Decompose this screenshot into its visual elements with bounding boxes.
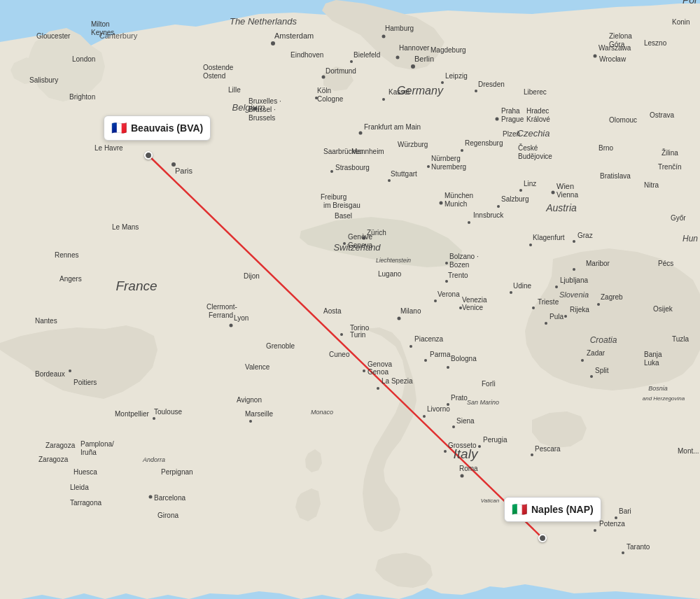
svg-text:Pécs: Pécs [658, 260, 673, 267]
svg-text:Iruña: Iruña [80, 449, 97, 456]
svg-point-56 [444, 450, 447, 453]
svg-point-16 [496, 118, 499, 121]
svg-text:Ostend: Ostend [203, 72, 225, 80]
svg-text:Croatia: Croatia [590, 335, 617, 345]
svg-text:Ljubljana: Ljubljana [560, 276, 588, 284]
svg-point-12 [359, 132, 363, 135]
svg-text:České: České [518, 143, 538, 152]
svg-text:Milano: Milano [400, 307, 421, 315]
svg-text:Freiburg: Freiburg [321, 193, 346, 201]
svg-text:Zagreb: Zagreb [601, 293, 623, 301]
svg-text:Lyon: Lyon [234, 314, 248, 322]
svg-text:Stuttgart: Stuttgart [391, 170, 417, 178]
svg-point-19 [363, 369, 365, 372]
svg-text:Cologne: Cologne [317, 95, 344, 103]
svg-point-21 [447, 366, 449, 369]
svg-text:Geneva: Geneva [348, 241, 372, 249]
svg-text:Cuneo: Cuneo [329, 351, 350, 358]
svg-point-22 [249, 420, 252, 423]
svg-point-13 [440, 202, 443, 205]
svg-text:Roma: Roma [459, 465, 478, 472]
svg-point-64 [573, 268, 575, 271]
svg-text:Zaragoza: Zaragoza [46, 442, 76, 449]
svg-point-48 [410, 345, 412, 348]
svg-point-52 [452, 425, 455, 428]
svg-text:Verona: Verona [438, 290, 460, 298]
svg-text:Konin: Konin [672, 18, 690, 26]
svg-text:Frankfurt am Main: Frankfurt am Main [364, 123, 421, 131]
svg-point-11 [230, 324, 233, 327]
france-flag: 🇫🇷 [111, 120, 127, 136]
svg-point-58 [622, 551, 624, 554]
svg-text:Liberec: Liberec [524, 88, 547, 96]
svg-point-14 [396, 56, 400, 59]
svg-text:Hannover: Hannover [399, 44, 430, 52]
svg-point-30 [350, 60, 353, 63]
svg-text:Keynes: Keynes [91, 29, 114, 36]
svg-text:Dijon: Dijon [244, 272, 260, 280]
svg-point-32 [475, 90, 477, 92]
map-container: The Netherlands Belgium Germany France S… [0, 0, 700, 599]
svg-text:London: London [72, 55, 95, 63]
svg-text:Kassel: Kassel [388, 88, 410, 96]
svg-point-5 [411, 64, 415, 69]
svg-text:Czechia: Czechia [517, 128, 550, 139]
svg-text:Góra: Góra [609, 41, 625, 48]
svg-text:Bruxelles ·: Bruxelles · [248, 97, 281, 105]
svg-text:Barcelona: Barcelona [154, 494, 186, 502]
svg-point-47 [445, 262, 448, 265]
svg-text:Graz: Graz [578, 232, 593, 239]
svg-text:Genoa: Genoa [368, 368, 388, 376]
svg-point-38 [529, 244, 532, 246]
svg-point-10 [149, 495, 153, 499]
svg-text:Mont...: Mont... [678, 447, 699, 455]
svg-text:Budějovice: Budějovice [518, 153, 552, 160]
svg-text:Plzeň: Plzeň [503, 130, 520, 138]
svg-text:Ferrand: Ferrand [209, 311, 233, 319]
svg-text:Luka: Luka [644, 359, 659, 367]
svg-text:Leipzig: Leipzig [445, 72, 468, 80]
svg-text:Genève: Genève [348, 233, 372, 241]
svg-text:Turin: Turin [350, 331, 365, 339]
svg-text:Basel: Basel [335, 212, 352, 220]
svg-text:Würzburg: Würzburg [398, 141, 428, 148]
svg-text:Trenčín: Trenčín [658, 163, 682, 171]
svg-text:Zaragoza: Zaragoza [38, 456, 69, 463]
svg-text:Klagenfurt: Klagenfurt [533, 234, 565, 241]
svg-text:Králové: Králové [526, 115, 550, 123]
svg-text:Lille: Lille [228, 86, 241, 94]
svg-text:Amsterdam: Amsterdam [274, 31, 314, 40]
svg-text:Leszno: Leszno [644, 39, 667, 47]
svg-text:Potenza: Potenza [599, 520, 625, 528]
svg-text:Győr: Győr [671, 214, 686, 222]
svg-point-3 [271, 41, 275, 45]
svg-text:La Spezia: La Spezia [382, 377, 413, 385]
svg-point-27 [388, 179, 391, 182]
svg-text:Zadar: Zadar [587, 349, 606, 357]
svg-text:Dortmund: Dortmund [326, 67, 356, 75]
svg-text:Regensburg: Regensburg [465, 139, 503, 147]
svg-text:Banja: Banja [644, 351, 662, 358]
svg-point-45 [434, 300, 437, 302]
svg-text:Pol: Pol [682, 0, 697, 6]
svg-text:Osijek: Osijek [653, 305, 673, 313]
svg-point-29 [322, 76, 326, 79]
svg-text:Taranto: Taranto [626, 543, 650, 551]
svg-text:Toulouse: Toulouse [154, 408, 182, 416]
svg-text:Tuzla: Tuzla [672, 335, 690, 343]
svg-text:Brussel ·: Brussel · [248, 106, 276, 113]
svg-text:Split: Split [595, 367, 609, 374]
svg-text:Bologna: Bologna [451, 355, 477, 362]
svg-text:Grosseto: Grosseto [448, 442, 477, 449]
svg-text:Venice: Venice [462, 304, 483, 311]
svg-text:Slovenia: Slovenia [559, 290, 589, 299]
svg-text:im Breisgau: im Breisgau [323, 202, 360, 209]
svg-text:Hradec: Hradec [526, 107, 549, 115]
svg-text:Vienna: Vienna [556, 191, 578, 199]
svg-text:Pamplona/: Pamplona/ [80, 440, 114, 448]
svg-text:Perugia: Perugia [483, 436, 507, 444]
svg-text:Parma: Parma [430, 351, 451, 358]
svg-point-34 [468, 221, 470, 224]
svg-text:Brno: Brno [598, 144, 614, 152]
svg-text:Lleida: Lleida [70, 484, 89, 491]
